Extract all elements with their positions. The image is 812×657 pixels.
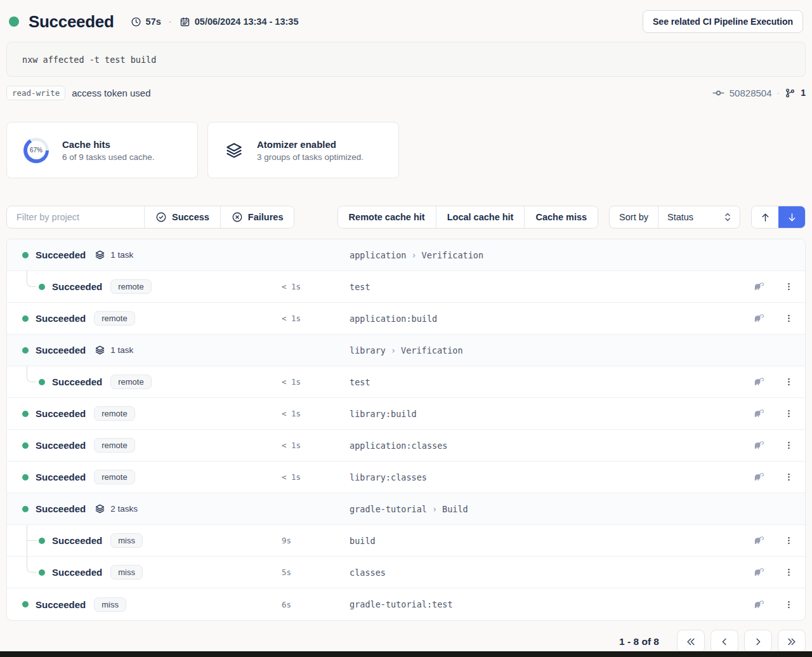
cache-hits-percent: 67% [27,141,46,159]
task-row[interactable]: Succeededmiss5sclasses [7,557,805,588]
run-date-range: 05/06/2024 13:34 - 13:35 [195,17,299,27]
row-duration: < 1s [282,409,350,418]
task-row[interactable]: Succeededremote< 1sapplication:build [7,303,805,335]
gradle-elephant-icon [753,471,765,483]
gradle-task-button[interactable] [750,596,768,613]
kebab-menu-icon [784,408,794,419]
success-filter-button[interactable]: Success [145,206,220,228]
task-row[interactable]: Succeededremote< 1sapplication:classes [7,430,805,461]
cache-hits-card[interactable]: 67% Cache hits 6 of 9 tasks used cache. [6,122,198,178]
kebab-menu-icon [784,599,794,610]
gradle-task-button[interactable] [750,405,768,422]
row-task-name: classes [350,567,750,578]
row-task-name: build [350,536,750,546]
remote-cache-hit-button[interactable]: Remote cache hit [338,206,436,228]
row-menu-button[interactable] [782,279,796,295]
task-row[interactable]: Succeededmiss9sbuild [7,525,805,557]
row-status-label: Succeeded [36,599,86,610]
tasks-stack-icon [95,503,105,514]
cache-status-badge: remote [94,470,134,484]
cache-status-badge: remote [94,438,134,453]
kebab-menu-icon [784,472,794,482]
task-row[interactable]: Succeededremote< 1stest [7,366,805,398]
task-group-row[interactable]: Succeeded1 taskapplication›Verification [7,239,805,271]
row-menu-button[interactable] [782,406,796,421]
row-status-cell: Succeededremote [7,279,282,294]
row-menu-button[interactable] [782,310,796,326]
cache-status-badge: remote [94,311,134,326]
command-text: nxw affected -t test build [22,55,156,65]
failures-filter-button[interactable]: Failures [221,206,294,228]
row-menu-button[interactable] [782,564,796,580]
task-row[interactable]: Succeededremote< 1slibrary:classes [7,461,805,493]
gradle-task-button[interactable] [750,437,768,454]
sort-select[interactable]: Status [658,206,740,228]
branch-count: 1 [801,88,806,98]
row-target: gradle-tutorial›Build [350,504,805,514]
gradle-task-button[interactable] [750,278,768,295]
gradle-task-button[interactable] [750,564,768,581]
task-group-row[interactable]: Succeeded2 tasksgradle-tutorial›Build [7,493,805,525]
row-menu-button[interactable] [782,437,796,453]
target-group-name: Build [442,504,468,514]
row-status-cell: Succeeded1 task [7,249,282,260]
row-menu-button[interactable] [782,533,796,548]
status-dot [22,601,29,607]
pagination: 1 - 8 of 8 [6,630,806,653]
status-dot [22,506,29,512]
row-duration: 6s [282,600,350,609]
row-duration: < 1s [282,314,350,323]
chevron-updown-icon [723,212,732,222]
task-row[interactable]: Succeededremote< 1slibrary:build [7,398,805,430]
last-page-button[interactable] [778,630,806,653]
next-page-button[interactable] [744,630,772,653]
gradle-task-button[interactable] [750,468,768,486]
tasks-stack-icon [95,249,105,260]
local-cache-hit-button[interactable]: Local cache hit [436,206,525,228]
row-status-cell: Succeededmiss [7,565,282,580]
row-status-cell: Succeededmiss [7,533,282,548]
row-task-name: test [350,282,750,292]
see-related-pipeline-button[interactable]: See related CI Pipeline Execution [643,10,803,33]
cache-hits-donut: 67% [23,138,49,163]
row-status-label: Succeeded [36,440,86,451]
filter-right: Remote cache hit Local cache hit Cache m… [337,206,806,229]
row-status-label: Succeeded [36,503,86,514]
task-row[interactable]: Succeededremote< 1stest [7,271,805,303]
row-menu-button[interactable] [782,597,796,613]
row-menu-button[interactable] [782,469,796,485]
cache-miss-button[interactable]: Cache miss [525,206,598,228]
layers-icon [225,141,244,160]
sort-by-label: Sort by [610,206,658,228]
gradle-elephant-icon [753,312,765,324]
first-page-button[interactable] [677,630,705,653]
status-dot [22,347,29,354]
cache-filter-group: Remote cache hit Local cache hit Cache m… [337,206,598,229]
commit-id[interactable]: 50828504 [730,88,772,98]
task-group-row[interactable]: Succeeded1 tasklibrary›Verification [7,335,805,366]
gradle-task-button[interactable] [750,373,768,390]
previous-page-button[interactable] [710,630,738,653]
sort-ascending-button[interactable] [752,206,778,228]
task-row[interactable]: Succeededmiss6sgradle-tutorial:test [7,588,805,620]
sort-descending-button[interactable] [778,206,805,228]
row-target: application›Verification [350,250,805,260]
card-title: Cache hits [62,139,155,150]
kebab-menu-icon [784,535,794,546]
row-duration: 9s [282,536,350,545]
row-status-label: Succeeded [52,376,102,387]
gradle-task-button[interactable] [750,532,768,549]
branch-icon [785,88,796,98]
row-task-name: library:classes [350,472,750,482]
row-status-label: Succeeded [52,567,102,578]
project-filter-input[interactable] [7,206,144,228]
gradle-elephant-icon [753,439,765,451]
check-circle-icon [155,211,167,223]
kebab-menu-icon [784,567,794,578]
kebab-menu-icon [784,376,794,387]
atomizer-card[interactable]: Atomizer enabled 3 groups of tasks optim… [207,122,399,178]
row-status-cell: Succeededremote [7,438,282,453]
row-menu-button[interactable] [782,374,796,390]
gradle-task-button[interactable] [750,310,768,327]
row-task-name: test [350,377,750,387]
